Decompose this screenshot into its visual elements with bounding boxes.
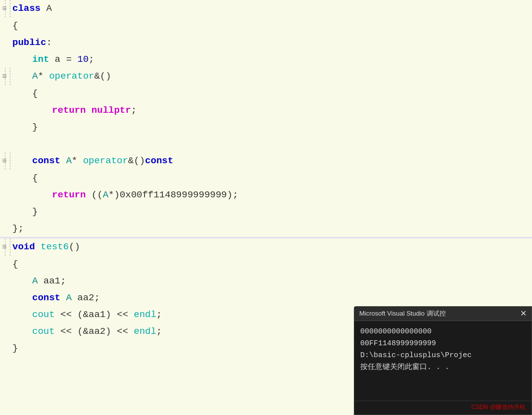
code-line: return ((A*)0x00ff1148999999999); (0, 186, 532, 203)
token: *)0x00ff1148999999999); (108, 189, 238, 200)
token: aa1; (38, 276, 66, 286)
token: const (145, 155, 173, 166)
terminal-window: Microsoft Visual Studio 调试控 ✕ 0000000000… (354, 306, 532, 415)
token: class (12, 3, 41, 14)
code-line: ≡const A* operator&()const (0, 152, 532, 170)
token: { (12, 259, 18, 270)
line-content: { (10, 170, 532, 186)
line-content: { (10, 256, 532, 273)
token: test6 (41, 241, 69, 252)
terminal-footer: CSDN @睡觉待开机 (354, 401, 532, 415)
code-line: } (0, 119, 532, 136)
token: const (32, 155, 60, 166)
terminal-line: 按任意键关闭此窗口. . . (360, 362, 526, 373)
code-line: }; (0, 220, 532, 237)
line-content: const A* operator&()const (10, 152, 532, 169)
token: { (32, 173, 38, 184)
line-content (10, 136, 532, 152)
terminal-line: 00FF1148999999999 (360, 338, 526, 350)
token: endl (134, 309, 156, 320)
token: return (52, 105, 86, 116)
line-content: }; (10, 220, 532, 237)
token (60, 292, 66, 303)
line-content: return nullptr; (10, 102, 532, 119)
token: nullptr (92, 105, 131, 116)
line-content: } (10, 119, 532, 136)
token: ; (131, 105, 137, 116)
token: public (12, 37, 46, 48)
token: const (32, 292, 60, 303)
code-line: const A aa2; (0, 289, 532, 306)
token: ; (89, 54, 94, 65)
gutter-icon[interactable]: ≡ (0, 68, 9, 85)
line-content: { (10, 85, 532, 102)
token: ; (156, 309, 162, 320)
token: << (&aa1) << (55, 309, 134, 320)
code-line: A aa1; (0, 273, 532, 289)
token: }; (12, 223, 24, 234)
line-content: A aa1; (10, 273, 532, 289)
token: aa2; (72, 292, 100, 303)
token: void (12, 241, 35, 252)
terminal-titlebar: Microsoft Visual Studio 调试控 ✕ (354, 307, 532, 321)
line-content: class A (10, 0, 532, 17)
code-line (0, 136, 532, 152)
token (86, 105, 91, 116)
code-line: { (0, 17, 532, 34)
token: << (&aa2) << (55, 326, 134, 337)
token: A (41, 3, 52, 14)
token: endl (134, 326, 156, 337)
line-content: } (10, 203, 532, 220)
token: A (66, 155, 71, 166)
code-line: { (0, 85, 532, 102)
token: } (12, 343, 18, 354)
token: &() (128, 155, 145, 166)
code-line: int a = 10; (0, 51, 532, 68)
line-content: { (10, 17, 532, 34)
token: return (52, 189, 86, 200)
gutter-icon[interactable]: ≡ (0, 0, 9, 17)
terminal-title: Microsoft Visual Studio 调试控 (359, 309, 446, 318)
token: (( (86, 189, 102, 200)
line-content: A* operator&() (10, 68, 532, 85)
line-content: return ((A*)0x00ff1148999999999); (10, 186, 532, 203)
code-line: ≡void test6() (0, 238, 532, 256)
code-line: ≡A* operator&() (0, 68, 532, 85)
token: int (32, 54, 49, 65)
token: } (32, 206, 38, 217)
terminal-line: 0000000000000000 (360, 326, 526, 338)
token: operator (49, 71, 94, 82)
gutter-icon[interactable]: ≡ (0, 153, 9, 170)
code-line: ≡class A (0, 0, 532, 17)
code-line: { (0, 256, 532, 273)
token: a = (49, 54, 77, 65)
token: cout (32, 326, 55, 337)
code-line: public: (0, 34, 532, 51)
token: A (66, 292, 71, 303)
token: : (46, 37, 51, 48)
token: * (72, 155, 83, 166)
code-section-1: ≡class A{public:int a = 10;≡A* operator&… (0, 0, 532, 237)
token: * (38, 71, 49, 82)
token: A (32, 71, 38, 82)
code-line: } (0, 203, 532, 220)
token: cout (32, 309, 55, 320)
line-content: void test6() (10, 238, 532, 255)
line-content: const A aa2; (10, 289, 532, 306)
token (35, 241, 41, 252)
code-editor: ≡class A{public:int a = 10;≡A* operator&… (0, 0, 532, 415)
code-line: return nullptr; (0, 102, 532, 119)
gutter-icon[interactable]: ≡ (0, 239, 9, 256)
code-line: { (0, 170, 532, 186)
token: ; (156, 326, 162, 337)
terminal-line: D:\basic-cplusplus\Projec (360, 350, 526, 362)
terminal-close-button[interactable]: ✕ (520, 310, 527, 318)
token: A (32, 276, 38, 286)
token: 10 (77, 54, 89, 65)
token: operator (83, 155, 128, 166)
token: () (69, 241, 80, 252)
token: { (32, 88, 38, 99)
token: &() (94, 71, 111, 82)
token (60, 155, 66, 166)
token: A (103, 189, 108, 200)
